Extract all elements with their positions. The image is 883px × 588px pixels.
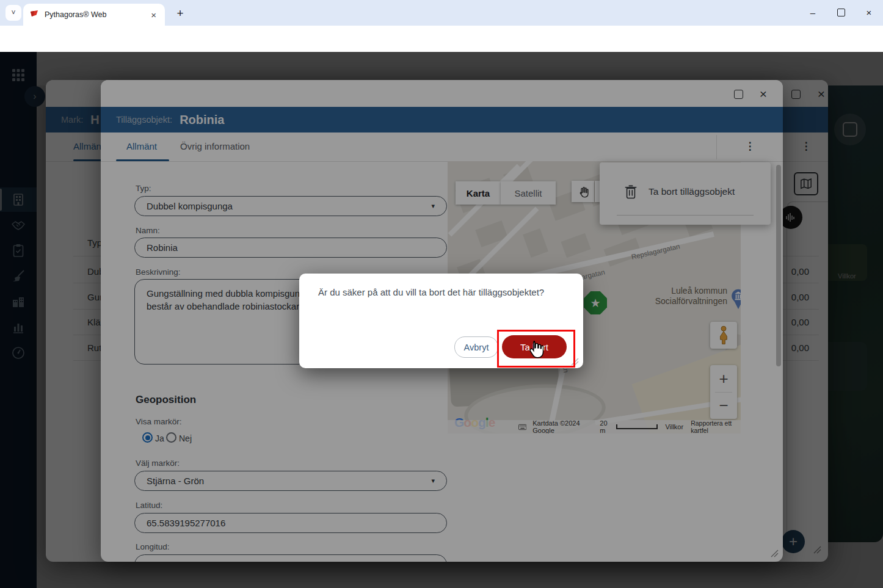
- tab-search-button[interactable]: ˅: [5, 5, 21, 21]
- window-maximize-button[interactable]: [827, 0, 855, 24]
- window-close-button[interactable]: ×: [855, 0, 883, 24]
- confirm-message: Är du säker på att du vill ta bort det h…: [318, 287, 575, 297]
- cancel-label: Avbryt: [464, 343, 489, 352]
- tab-title: Pythagoras® Web: [45, 10, 148, 19]
- hand-cursor-icon: [528, 341, 543, 359]
- pythagoras-favicon: [29, 10, 39, 20]
- browser-tab-strip: ˅ Pythagoras® Web × + – ×: [0, 0, 883, 26]
- chevron-down-icon: ˅: [11, 9, 15, 17]
- screen: ˅ Pythagoras® Web × + – × ← → pim.pythag…: [0, 0, 883, 588]
- tab-close-icon[interactable]: ×: [148, 10, 159, 20]
- cancel-button[interactable]: Avbryt: [454, 336, 498, 358]
- window-minimize-button[interactable]: –: [799, 0, 827, 24]
- new-tab-button[interactable]: +: [172, 5, 188, 21]
- maximize-icon: [837, 9, 845, 16]
- browser-toolbar: ← → pim.pythagoras.se/py_datamanager_int…: [0, 26, 883, 52]
- browser-tab[interactable]: Pythagoras® Web ×: [23, 4, 165, 26]
